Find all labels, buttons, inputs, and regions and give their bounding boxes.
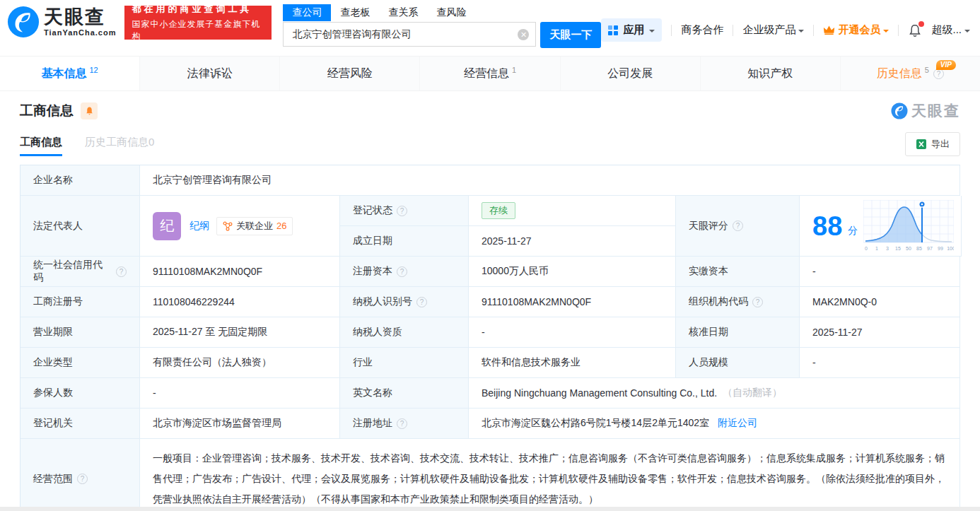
reg-capital-value: 10000万人民币	[469, 257, 676, 287]
tab-operating-info[interactable]: 经营信息1	[420, 57, 560, 90]
page-bottom-strip	[0, 507, 980, 511]
field-label: 行业	[340, 348, 469, 378]
reg-address-value: 北京市海淀区魏公村路6号院1号楼14层2单元1402室 附近公司	[469, 409, 960, 439]
help-icon[interactable]: ?	[416, 297, 427, 307]
field-label: 注册资本?	[340, 257, 469, 287]
enterprise-product-menu[interactable]: 企业级产品	[742, 23, 804, 37]
insured-count-value: -	[140, 378, 340, 409]
section-title: 工商信息	[20, 102, 74, 120]
watermark-text: 天眼查	[911, 101, 960, 121]
chevron-down-icon	[649, 30, 655, 35]
tab-company-development[interactable]: 公司发展	[561, 57, 701, 90]
search-input[interactable]	[283, 22, 536, 47]
related-companies-badge[interactable]: 关联企业 26	[216, 217, 293, 235]
legal-rep-link[interactable]: 纪纲	[189, 220, 209, 233]
svg-text:0: 0	[865, 246, 868, 251]
help-icon[interactable]: ?	[397, 266, 407, 277]
org-code-value: MAK2MN0Q-0	[800, 287, 960, 317]
tianyancha-logo-icon	[7, 6, 40, 38]
watermark-logo: 天眼查	[891, 101, 960, 121]
bell-icon	[85, 106, 94, 116]
table-row: 企业名称 北京宁创管理咨询有限公司	[21, 165, 960, 196]
help-icon[interactable]: ?	[752, 297, 763, 307]
search-tab-boss[interactable]: 查老板	[331, 4, 379, 21]
tab-legal-proceedings[interactable]: 法律诉讼	[140, 57, 280, 90]
field-label: 注册地址?	[340, 409, 469, 439]
table-row: 营业期限 2025-11-27 至 无固定期限 纳税人资质 - 核准日期 202…	[21, 317, 960, 348]
field-label: 参保人数	[21, 378, 140, 409]
search-tab-relation[interactable]: 查关系	[379, 4, 427, 21]
monitor-bell-button[interactable]	[81, 102, 98, 119]
chevron-down-icon	[883, 30, 889, 35]
export-button[interactable]: 导出	[905, 132, 960, 156]
open-vip-menu[interactable]: 开通会员	[823, 23, 889, 37]
field-label: 英文名称	[340, 378, 469, 409]
score-unit: 分	[848, 225, 858, 237]
table-row: 工商注册号 110108046229244 纳税人识别号? 91110108MA…	[21, 287, 960, 317]
tab-basic-info[interactable]: 基本信息12	[0, 57, 140, 90]
avatar[interactable]: 纪	[153, 212, 181, 240]
divider	[671, 25, 672, 36]
taxpayer-id-value: 91110108MAK2MN0Q0F	[469, 287, 676, 317]
search-tab-risk[interactable]: 查风险	[427, 4, 475, 21]
business-term-value: 2025-11-27 至 无固定期限	[140, 317, 340, 348]
top-menu: 应用 商务合作 企业级产品 开通会员	[601, 18, 970, 42]
divider	[898, 25, 899, 36]
credit-code-value: 91110108MAK2MN0Q0F	[140, 257, 340, 287]
svg-text:15: 15	[895, 246, 901, 251]
english-name-value: Beijing Ningchuang Management Consulting…	[469, 378, 960, 409]
field-label: 纳税人资质	[340, 317, 469, 348]
table-row: 统一社会信用代码? 91110108MAK2MN0Q0F 注册资本? 10000…	[21, 257, 960, 287]
nearby-companies-link[interactable]: 附近公司	[718, 417, 757, 430]
apps-menu[interactable]: 应用	[601, 18, 662, 42]
help-icon[interactable]: ?	[397, 206, 407, 216]
field-label: 成立日期	[340, 226, 469, 257]
status-badge: 存续	[482, 202, 515, 219]
industry-value: 软件和信息技术服务业	[469, 348, 676, 378]
staff-size-value: -	[800, 348, 960, 378]
table-row: 参保人数 - 英文名称 Beijing Ningchuang Managemen…	[21, 378, 960, 409]
search-tabs: 查公司 查老板 查关系 查风险	[283, 4, 601, 21]
apps-grid-icon	[608, 25, 618, 35]
svg-text:85: 85	[916, 246, 922, 251]
biz-cooperation-link[interactable]: 商务合作	[681, 23, 723, 37]
logo-name: 天眼查	[44, 8, 116, 27]
help-icon[interactable]: ?	[733, 221, 743, 231]
search-button[interactable]: 天眼一下	[540, 22, 601, 48]
slogan-line2: 国家中小企业发展子基金旗下机构	[132, 18, 264, 42]
tianyancha-logo-icon	[891, 102, 908, 119]
subtab-history-business-info[interactable]: 历史工商信息0	[85, 136, 154, 156]
tab-operating-risk[interactable]: 经营风险	[280, 57, 420, 90]
field-label: 人员规模	[676, 348, 800, 378]
search-row: ✕ 天眼一下	[283, 22, 601, 48]
help-icon[interactable]: ?	[397, 418, 407, 429]
table-row: 经营范围? 一般项目：企业管理咨询；技术服务、技术开发、技术咨询、技术交流、技术…	[21, 439, 960, 511]
tab-intellectual-property[interactable]: 知识产权	[701, 57, 841, 90]
field-label: 纳税人识别号?	[340, 287, 469, 317]
field-label: 企业名称	[21, 165, 140, 196]
crown-icon	[823, 25, 835, 35]
score-value: 88	[812, 213, 842, 240]
company-name-value: 北京宁创管理咨询有限公司	[140, 165, 960, 196]
svg-text:99: 99	[938, 246, 943, 251]
tianyancha-logo[interactable]: 天眼查 TianYanCha.com	[7, 6, 116, 38]
table-row: 法定代表人 纪 纪纲 关联企业 26 登记状态?	[21, 196, 960, 257]
subtab-business-info[interactable]: 工商信息	[20, 136, 62, 156]
tab-history-info[interactable]: VIP 历史信息5 ?	[841, 57, 980, 90]
search-tab-company[interactable]: 查公司	[283, 4, 331, 21]
svg-text:100: 100	[947, 246, 954, 251]
field-label: 登记机关	[21, 409, 140, 439]
notification-bell[interactable]	[908, 23, 922, 38]
search-box: ✕	[283, 22, 536, 48]
search-area: 查公司 查老板 查关系 查风险 ✕ 天眼一下	[283, 4, 601, 48]
help-icon[interactable]: ?	[77, 474, 88, 484]
field-label: 经营范围?	[21, 439, 140, 511]
company-type-value: 有限责任公司（法人独资）	[140, 348, 340, 378]
reg-number-value: 110108046229244	[140, 287, 340, 317]
field-label: 营业期限	[21, 317, 140, 348]
user-menu[interactable]: 超级...	[931, 23, 970, 37]
field-label: 核准日期	[676, 317, 800, 348]
help-icon[interactable]: ?	[116, 266, 127, 277]
logo-text: 天眼查 TianYanCha.com	[44, 8, 116, 37]
excel-icon	[916, 139, 927, 150]
